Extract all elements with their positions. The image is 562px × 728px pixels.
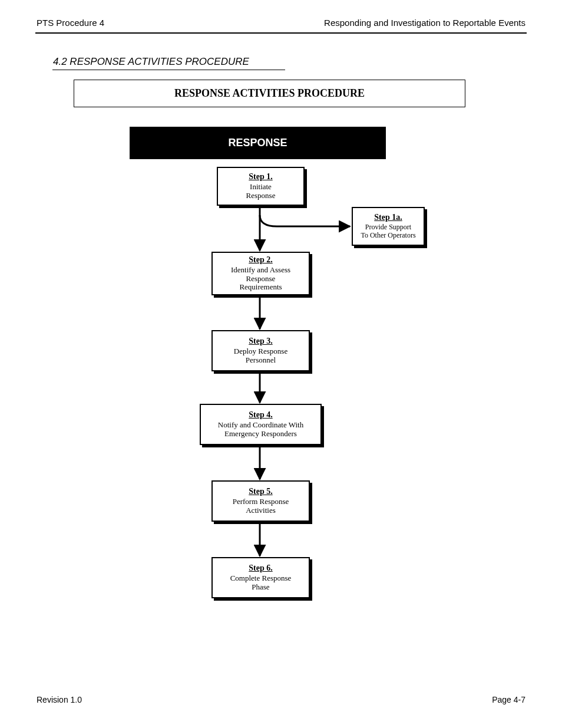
flow-step-6-text: Complete ResponsePhase (227, 574, 295, 592)
flow-step-1-text: InitiateResponse (243, 183, 279, 200)
flow-step-3: Step 3. Deploy ResponsePersonnel (211, 330, 310, 371)
flow-step-2: Step 2. Identify and AssessResponseRequi… (211, 252, 310, 295)
flow-step-1a-text: Provide SupportTo Other Operators (357, 223, 419, 240)
flow-step-2-text: Identify and AssessResponseRequirements (227, 266, 294, 292)
flow-step-2-label: Step 2. (249, 255, 272, 265)
flow-step-1a: Step 1a. Provide SupportTo Other Operato… (352, 207, 425, 246)
flow-step-1: Step 1. InitiateResponse (217, 167, 305, 206)
phase-label-bar: RESPONSE (130, 127, 386, 159)
flow-step-3-label: Step 3. (249, 337, 272, 346)
flow-step-6-label: Step 6. (249, 564, 272, 573)
flowchart-title-box: RESPONSE ACTIVITIES PROCEDURE (74, 80, 465, 107)
footer-right: Page 4-7 (492, 695, 525, 704)
section-title: 4.2 RESPONSE ACTIVITIES PROCEDURE (53, 56, 249, 68)
section-title-underline (52, 70, 285, 70)
flow-step-4-label: Step 4. (249, 410, 272, 420)
flow-step-4-text: Notify and Coordinate WithEmergency Resp… (214, 421, 307, 439)
flow-step-5: Step 5. Perform ResponseActivities (211, 480, 310, 522)
flowchart-title-text: RESPONSE ACTIVITIES PROCEDURE (174, 87, 365, 100)
flow-step-1-label: Step 1. (249, 172, 272, 182)
flow-step-5-label: Step 5. (249, 487, 272, 496)
footer-left: Revision 1.0 (37, 695, 82, 704)
header-rule (35, 32, 527, 34)
flow-step-6: Step 6. Complete ResponsePhase (211, 557, 310, 598)
flow-step-3-text: Deploy ResponsePersonnel (230, 347, 291, 365)
flow-step-5-text: Perform ResponseActivities (229, 498, 293, 515)
phase-label-text: RESPONSE (228, 137, 287, 149)
flow-step-1a-label: Step 1a. (374, 213, 402, 222)
header-left-text: PTS Procedure 4 (37, 18, 104, 28)
flow-step-4: Step 4. Notify and Coordinate WithEmerge… (200, 404, 322, 445)
header-right-text: Responding and Investigation to Reportab… (324, 18, 525, 28)
